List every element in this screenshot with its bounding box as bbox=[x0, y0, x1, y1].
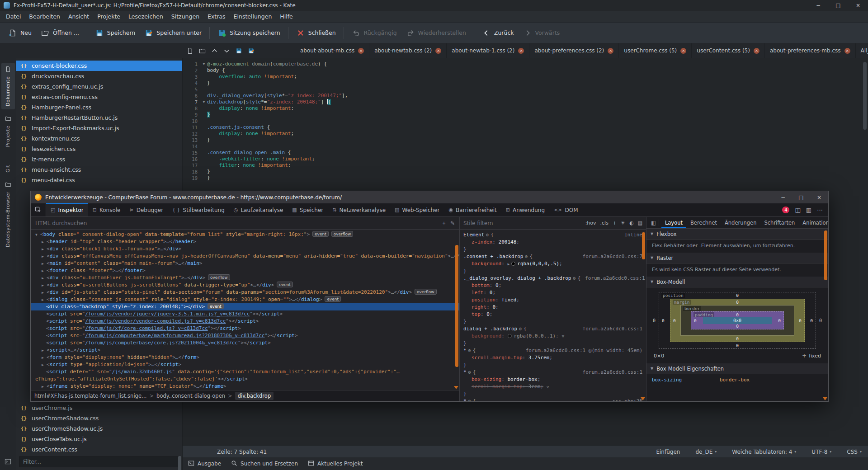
code-line[interactable]: 13} bbox=[183, 137, 868, 143]
sidebar-tab-schriftarten[interactable]: Schriftarten bbox=[760, 217, 798, 228]
html-node[interactable]: ▶<main id="content" class="main main--fo… bbox=[31, 260, 459, 267]
document-item[interactable]: {}HamburgerRestartButton.uc.js bbox=[16, 113, 182, 123]
html-search-input[interactable] bbox=[35, 220, 438, 226]
sidebar-tab-animationen[interactable]: Animationen bbox=[799, 217, 828, 228]
document-item[interactable]: {}menu-datei.css bbox=[16, 175, 182, 185]
css-declaration[interactable]: box-sizing: border-box; bbox=[460, 376, 646, 383]
sidebar-tab-nderungen[interactable]: Änderungen bbox=[721, 217, 760, 228]
dark-scheme-sim-icon[interactable]: ◐ bbox=[629, 220, 634, 226]
go-down-icon[interactable] bbox=[221, 45, 232, 56]
css-declaration[interactable]: scroll-margin-top: 3.75rem; bbox=[460, 354, 646, 362]
html-node[interactable]: ▶<div id="js-stats" class="stats-pixel" … bbox=[31, 289, 459, 296]
document-item[interactable]: {}Import-Export-Bookmarks.uc.js bbox=[16, 123, 182, 133]
rule-source-link[interactable]: forum.a2a6cdc0.css:1 bbox=[580, 275, 645, 282]
event-badge[interactable]: event bbox=[277, 282, 293, 287]
rule-highlighter-icon[interactable]: ⚙ bbox=[468, 369, 471, 376]
document-item[interactable]: {}userCloseTabs.uc.js bbox=[16, 434, 182, 444]
css-declaration[interactable]: z-index: 200148; bbox=[460, 239, 646, 246]
overflow-badge[interactable]: overflow bbox=[415, 289, 437, 295]
document-item[interactable]: {}kontextmenu.css bbox=[16, 133, 182, 144]
expand-arrow-icon[interactable]: ▶ bbox=[507, 262, 509, 266]
html-node[interactable]: ▶<header id="top" class="header-wrapper"… bbox=[31, 238, 459, 245]
code-line[interactable]: 4} bbox=[183, 80, 868, 86]
position-value[interactable]: 0 bbox=[662, 318, 665, 323]
box-model-border-layer[interactable]: borderpadding00000×0 bbox=[680, 305, 794, 336]
document-new-button[interactable]: Neu bbox=[4, 25, 36, 41]
menu-bearbeiten[interactable]: Bearbeiten bbox=[25, 12, 64, 21]
cursor-position[interactable]: Zeile: 7 Spalte: 41 bbox=[217, 449, 267, 455]
devtools-tab-console[interactable]: ⊡Konsole bbox=[88, 203, 125, 216]
event-badge[interactable]: event bbox=[312, 231, 329, 237]
print-sim-icon[interactable]: ▤ bbox=[638, 220, 642, 226]
document-new-icon[interactable] bbox=[184, 45, 195, 56]
devtools-maximize-button[interactable]: □ bbox=[792, 191, 810, 203]
tab-close-icon[interactable]: × bbox=[754, 48, 760, 54]
position-value[interactable]: 0 bbox=[810, 318, 813, 323]
section-header-boxmodelleigenschaften[interactable]: ▼Box-Modell-Eigenschaften bbox=[646, 363, 828, 374]
menu-ansicht[interactable]: Ansicht bbox=[64, 12, 93, 21]
tab-close-icon[interactable]: × bbox=[680, 48, 686, 54]
menu-einstellungen[interactable]: Einstellungen bbox=[230, 12, 276, 21]
expand-arrow-icon[interactable]: ▼ bbox=[35, 231, 40, 238]
rule-highlighter-icon[interactable]: ⚙ bbox=[486, 231, 489, 239]
meatball-menu-icon[interactable]: ⋯ bbox=[817, 207, 823, 213]
section-collapse-icon[interactable]: ▼ bbox=[651, 367, 653, 371]
html-node[interactable]: ▼<body class=" consent-dialog-open" data… bbox=[31, 231, 459, 238]
document-item[interactable]: {}menu-ansicht.css bbox=[16, 164, 182, 175]
expand-arrow-icon[interactable]: ▶ bbox=[42, 354, 47, 361]
code-line[interactable]: 14 bbox=[183, 143, 868, 150]
html-node[interactable]: <script defer="" src="/js/main.32db460f.… bbox=[31, 368, 459, 376]
devtools-close-button[interactable]: × bbox=[810, 191, 828, 203]
margin-value[interactable]: 0 bbox=[736, 299, 739, 305]
event-badge[interactable]: event bbox=[208, 303, 224, 309]
session-save-button[interactable]: Sitzung speichern bbox=[213, 25, 285, 41]
devtools-tab-network[interactable]: ⇅Netzwerkanalyse bbox=[328, 203, 390, 216]
css-declaration[interactable]: right: 0; bbox=[460, 304, 646, 311]
devtools-minimize-button[interactable]: − bbox=[774, 191, 792, 203]
code-line[interactable]: 8 display: none !important; bbox=[183, 105, 868, 112]
css-declaration[interactable]: left: 0; bbox=[460, 289, 646, 296]
expand-arrow-icon[interactable]: ▶ bbox=[42, 383, 47, 390]
box-model-margin-layer[interactable]: margin0000borderpadding00000×0 bbox=[670, 299, 805, 342]
html-node[interactable]: ▶<div class="block1 block1--forum-nav">…… bbox=[31, 245, 459, 253]
element-picker-icon[interactable] bbox=[31, 203, 46, 216]
expand-arrow-icon[interactable]: ▶ bbox=[42, 246, 47, 253]
html-node[interactable]: ▶<footer class="footer">…</footer> bbox=[31, 267, 459, 274]
document-open-icon[interactable] bbox=[197, 45, 208, 56]
scroll-down-icon[interactable] bbox=[641, 397, 645, 400]
insert-mode[interactable]: Einfügen bbox=[656, 449, 680, 455]
margin-value[interactable]: 0 bbox=[673, 318, 676, 323]
breadcrumb-item[interactable]: body..consent-dialog-open bbox=[156, 393, 225, 399]
dictionary-select[interactable]: de_DE▾ bbox=[695, 449, 717, 455]
color-swatch[interactable] bbox=[508, 334, 512, 338]
html-node[interactable]: <script src="/forum/js/vendor/jquery/jqu… bbox=[31, 310, 459, 318]
css-rule-selector[interactable]: dialog + .backdrop⚙{forum.a2a6cdc0.css:1 bbox=[460, 325, 646, 333]
tab-mode-select[interactable]: Weiche Tabulatoren: 4▾ bbox=[732, 449, 796, 455]
menu-lesezeichen[interactable]: Lesezeichen bbox=[124, 12, 167, 21]
document-item[interactable]: {}userChromeShadow.css bbox=[16, 413, 182, 423]
split-console-icon[interactable]: ▥ bbox=[806, 207, 811, 213]
expand-arrow-icon[interactable]: ▶ bbox=[42, 296, 47, 303]
documents-scrollbar[interactable] bbox=[178, 456, 181, 470]
color-swatch[interactable] bbox=[511, 262, 515, 266]
devtools-tab-storage[interactable]: ▤Web-Speicher bbox=[390, 203, 444, 216]
devtools-tab-styleeditor[interactable]: { }Stilbearbeitung bbox=[168, 203, 229, 216]
eyedropper-icon[interactable]: ✎ bbox=[450, 220, 455, 226]
redo-button[interactable]: Wiederherstellen bbox=[401, 25, 471, 41]
css-declaration[interactable]: background: rgba(0,0,0,.1);▽ bbox=[460, 333, 646, 340]
expand-arrow-icon[interactable]: ▶ bbox=[42, 268, 47, 274]
menu-hilfe[interactable]: Hilfe bbox=[276, 12, 297, 21]
css-declaration[interactable]: bottom: 0; bbox=[460, 282, 646, 289]
document-item[interactable]: {}lz-menu.css bbox=[16, 154, 182, 164]
minimize-button[interactable]: − bbox=[808, 0, 828, 11]
devtools-tab-performance[interactable]: ◷Laufzeitanalyse bbox=[229, 203, 288, 216]
section-header-raster[interactable]: ▼Raster bbox=[646, 253, 828, 263]
scroll-down-icon[interactable] bbox=[454, 386, 458, 389]
devtools-tab-accessibility[interactable]: ◉Barrierefreiheit bbox=[444, 203, 501, 216]
devtools-tab-debugger[interactable]: ⊳Debugger bbox=[125, 203, 168, 216]
code-line[interactable]: 3 overflow: auto !important; bbox=[183, 74, 868, 80]
html-node-selected[interactable]: <div class="backdrop" style="z-index: 20… bbox=[31, 303, 459, 310]
document-item[interactable]: {}extras_config_menu.uc.js bbox=[16, 81, 182, 92]
rules-pane-scrollbar[interactable] bbox=[642, 232, 645, 259]
devtools-tab-memory[interactable]: ▦Speicher bbox=[288, 203, 328, 216]
